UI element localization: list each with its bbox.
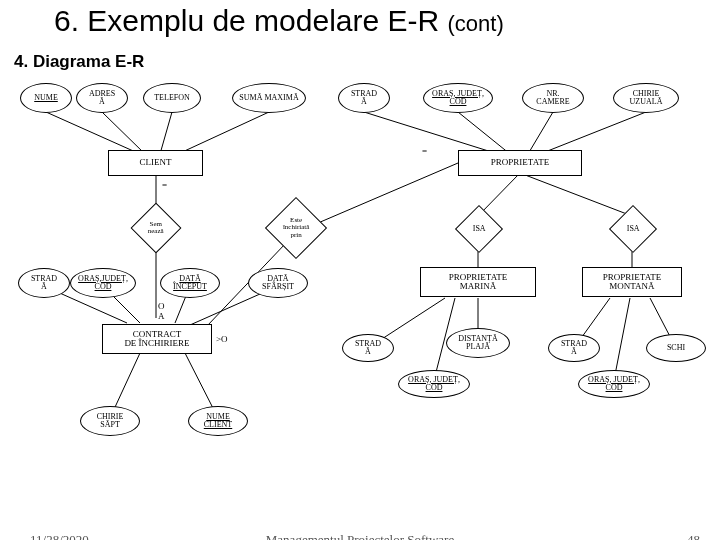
svg-line-5 bbox=[458, 112, 510, 154]
svg-line-3 bbox=[178, 112, 269, 154]
attr-suma-maxima: SUMĂ MAXIMĂ bbox=[232, 83, 306, 113]
entity-proprietate-montana: PROPRIETATEMONTANĂ bbox=[582, 267, 682, 297]
attr-schi: SCHI bbox=[646, 334, 706, 362]
attr-chirie-uzuala: CHIRIEUZUALĂ bbox=[613, 83, 679, 113]
attr-data-inceput: DATĂÎNCEPUT bbox=[160, 268, 220, 298]
cardinality-label: OA bbox=[158, 301, 165, 321]
svg-line-13 bbox=[520, 173, 632, 216]
entity-contract: CONTRACTDE ÎNCHIRIERE bbox=[102, 324, 212, 354]
entity-proprietate-marina: PROPRIETATEMARINĂ bbox=[420, 267, 536, 297]
attr-oras-cod-2: ORAȘ,JUDEȚ,COD bbox=[70, 268, 136, 298]
cardinality-label: >O bbox=[216, 334, 228, 344]
svg-line-10 bbox=[311, 163, 458, 226]
cardinality-label: = bbox=[422, 146, 427, 156]
attr-oras-cod-1: ORAȘ, JUDEȚ,COD bbox=[423, 83, 493, 113]
attr-chirie-sapt: CHIRIESĂPT bbox=[80, 406, 140, 436]
page-title: 6. Exemplu de modelare E-R (cont) bbox=[54, 4, 504, 38]
svg-line-7 bbox=[540, 112, 646, 154]
attr-nume: NUME bbox=[20, 83, 72, 113]
entity-proprietate: PROPRIETATE bbox=[458, 150, 582, 176]
attr-oras-cod-4: ORAȘ, JUDEȚ,COD bbox=[578, 370, 650, 398]
attr-nume-client: NUMECLIENT bbox=[188, 406, 248, 436]
attr-nr-camere: NR.CAMERE bbox=[522, 83, 584, 113]
svg-line-4 bbox=[364, 112, 498, 154]
svg-line-27 bbox=[614, 298, 630, 380]
title-cont: (cont) bbox=[448, 11, 504, 36]
attr-strada-3: STRADĂ bbox=[342, 334, 394, 362]
attr-adresa: ADRESĂ bbox=[76, 83, 128, 113]
attr-telefon: TELEFON bbox=[143, 83, 201, 113]
title-main: 6. Exemplu de modelare E-R bbox=[54, 4, 439, 37]
svg-line-2 bbox=[160, 112, 172, 154]
attr-distanta-plaja: DISTANȚĂPLAJĂ bbox=[446, 328, 510, 358]
svg-line-0 bbox=[46, 112, 140, 154]
attr-data-sfarsit: DATĂSFÂRȘIT bbox=[248, 268, 308, 298]
attr-strada-1: STRADĂ bbox=[338, 83, 390, 113]
cardinality-label: = bbox=[162, 180, 167, 190]
er-diagram: NUME ADRESĂ TELEFON SUMĂ MAXIMĂ STRADĂ O… bbox=[10, 78, 710, 498]
footer-page: 48 bbox=[687, 532, 700, 540]
svg-line-1 bbox=[102, 112, 145, 154]
attr-strada-4: STRADĂ bbox=[548, 334, 600, 362]
svg-line-6 bbox=[528, 112, 553, 154]
entity-client: CLIENT bbox=[108, 150, 203, 176]
attr-strada-2: STRADĂ bbox=[18, 268, 70, 298]
page-subtitle: 4. Diagrama E-R bbox=[14, 52, 144, 72]
attr-oras-cod-3: ORAȘ, JUDEȚ,COD bbox=[398, 370, 470, 398]
footer-title: Managementul Proiectelor Software bbox=[0, 532, 720, 540]
